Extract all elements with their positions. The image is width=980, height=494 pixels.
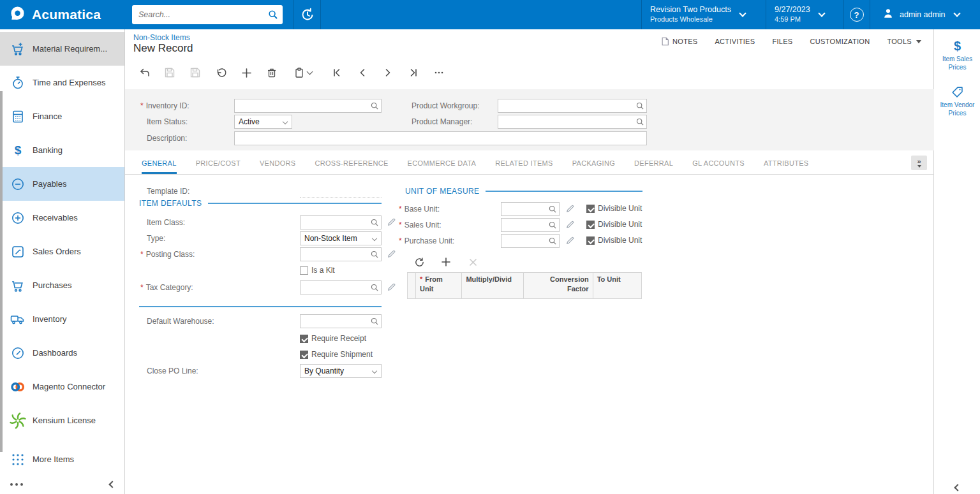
- item-class-field[interactable]: [300, 215, 382, 229]
- go-previous-button[interactable]: [350, 61, 375, 84]
- undo-button[interactable]: [208, 61, 234, 84]
- tab-general[interactable]: GENERAL: [142, 159, 177, 174]
- purchase-divisible-unit-checkbox[interactable]: [586, 236, 595, 245]
- business-date-icon[interactable]: [294, 0, 320, 29]
- search-icon[interactable]: [370, 283, 379, 294]
- inventory-id-field[interactable]: [234, 99, 382, 113]
- sidebar-item-more-items[interactable]: More Items: [0, 442, 124, 476]
- tax-category-field[interactable]: [300, 280, 382, 294]
- sidebar-more-icon[interactable]: [10, 483, 23, 486]
- product-manager-input[interactable]: [498, 115, 647, 129]
- posting-class-input[interactable]: [300, 247, 382, 261]
- search-icon[interactable]: [548, 236, 557, 248]
- tax-category-input[interactable]: [300, 280, 382, 294]
- tax-category-edit-icon[interactable]: [387, 282, 397, 293]
- toolbar-more-button[interactable]: [426, 61, 452, 84]
- delete-row-button[interactable]: [462, 254, 484, 270]
- sidebar-scrollbar[interactable]: [0, 91, 3, 452]
- go-first-button[interactable]: [324, 61, 350, 84]
- sales-unit-field[interactable]: [501, 218, 560, 232]
- go-last-button[interactable]: [401, 61, 426, 84]
- close-po-line-select[interactable]: By Quantity: [300, 364, 382, 378]
- go-next-button[interactable]: [375, 61, 401, 84]
- app-logo[interactable]: Acumatica: [9, 0, 101, 29]
- search-icon[interactable]: [548, 221, 557, 232]
- tab-packaging[interactable]: PACKAGING: [572, 159, 615, 174]
- save-button[interactable]: [182, 61, 208, 84]
- require-shipment-checkbox[interactable]: [300, 351, 308, 359]
- base-divisible-unit-checkbox[interactable]: [586, 205, 595, 213]
- search-icon[interactable]: [268, 10, 278, 22]
- search-input[interactable]: [132, 5, 283, 24]
- base-unit-field[interactable]: [501, 202, 560, 216]
- item-sales-prices-button[interactable]: $ Item Sales Prices: [935, 38, 980, 71]
- sidebar-item-banking[interactable]: $ Banking: [0, 133, 124, 167]
- uom-conversion-table[interactable]: *From Unit Multiply/Divid Conversion Fac…: [407, 272, 642, 299]
- purchase-unit-field[interactable]: [501, 234, 560, 248]
- save-close-button[interactable]: [157, 61, 182, 84]
- right-panel-collapse-icon[interactable]: [954, 484, 961, 491]
- tab-related-items[interactable]: RELATED ITEMS: [495, 159, 553, 174]
- company-selector[interactable]: Revision Two Products Products Wholesale: [641, 0, 766, 29]
- sidebar-item-time-and-expenses[interactable]: Time and Expenses: [0, 66, 124, 99]
- global-search[interactable]: [132, 5, 283, 24]
- base-unit-edit-icon[interactable]: [565, 204, 575, 214]
- tab-overflow-button[interactable]: »: [911, 156, 927, 170]
- search-icon[interactable]: [370, 218, 379, 229]
- activities-link[interactable]: ACTIVITIES: [715, 38, 755, 45]
- tab-deferral[interactable]: DEFERRAL: [634, 159, 673, 174]
- item-class-input[interactable]: [300, 215, 382, 229]
- user-menu[interactable]: admin admin: [870, 0, 980, 29]
- back-button[interactable]: [131, 61, 157, 84]
- files-link[interactable]: FILES: [772, 38, 792, 45]
- posting-class-edit-icon[interactable]: [387, 249, 397, 259]
- type-select[interactable]: Non-Stock Item: [300, 231, 382, 245]
- search-icon[interactable]: [635, 101, 644, 113]
- is-a-kit-checkbox[interactable]: [300, 266, 308, 275]
- sidebar-item-inventory[interactable]: Inventory: [0, 302, 124, 336]
- sales-divisible-unit-checkbox[interactable]: [586, 221, 595, 229]
- tab-price-cost[interactable]: PRICE/COST: [196, 159, 241, 174]
- help-button[interactable]: ?: [843, 0, 870, 29]
- sidebar-collapse-icon[interactable]: [108, 481, 115, 488]
- sales-unit-edit-icon[interactable]: [565, 220, 575, 230]
- posting-class-field[interactable]: [300, 247, 382, 261]
- tab-cross-reference[interactable]: CROSS-REFERENCE: [315, 159, 388, 174]
- description-input[interactable]: [234, 131, 647, 145]
- sidebar-item-purchases[interactable]: Purchases: [0, 268, 124, 302]
- add-new-button[interactable]: [234, 61, 259, 84]
- date-selector[interactable]: 9/27/2023 4:59 PM: [766, 0, 843, 29]
- product-workgroup-input[interactable]: [498, 99, 647, 113]
- sidebar-item-material-requirements[interactable]: Material Requirem...: [0, 32, 124, 66]
- tools-menu[interactable]: TOOLS: [887, 38, 921, 45]
- item-vendor-prices-button[interactable]: Item Vendor Prices: [935, 84, 980, 117]
- item-status-select[interactable]: Active: [234, 115, 292, 129]
- breadcrumb[interactable]: Non-Stock Items: [133, 33, 190, 42]
- inventory-id-input[interactable]: [234, 99, 382, 113]
- sidebar-item-finance[interactable]: Finance: [0, 99, 124, 133]
- tab-gl-accounts[interactable]: GL ACCOUNTS: [692, 159, 745, 174]
- description-field[interactable]: [234, 131, 647, 145]
- search-icon[interactable]: [370, 250, 379, 261]
- default-warehouse-field[interactable]: [300, 314, 382, 328]
- search-icon[interactable]: [635, 117, 644, 129]
- sidebar-item-dashboards[interactable]: Dashboards: [0, 336, 124, 370]
- default-warehouse-input[interactable]: [300, 314, 382, 328]
- tab-vendors[interactable]: VENDORS: [260, 159, 296, 174]
- require-receipt-checkbox[interactable]: [300, 335, 308, 343]
- search-icon[interactable]: [548, 205, 557, 216]
- sidebar-item-kensium-license[interactable]: Kensium License: [0, 403, 124, 437]
- customization-link[interactable]: CUSTOMIZATION: [810, 38, 870, 45]
- search-icon[interactable]: [370, 101, 379, 113]
- add-row-button[interactable]: [435, 254, 457, 270]
- sidebar-item-payables[interactable]: Payables: [0, 167, 124, 201]
- search-icon[interactable]: [370, 317, 379, 328]
- purchase-unit-edit-icon[interactable]: [565, 236, 575, 246]
- tab-attributes[interactable]: ATTRIBUTES: [764, 159, 809, 174]
- product-manager-field[interactable]: [498, 115, 647, 129]
- delete-button[interactable]: [259, 61, 285, 84]
- sidebar-item-receivables[interactable]: Receivables: [0, 201, 124, 235]
- sidebar-item-magento-connector[interactable]: Magento Connector: [0, 370, 124, 403]
- item-class-edit-icon[interactable]: [387, 217, 397, 228]
- notes-link[interactable]: NOTES: [661, 37, 697, 46]
